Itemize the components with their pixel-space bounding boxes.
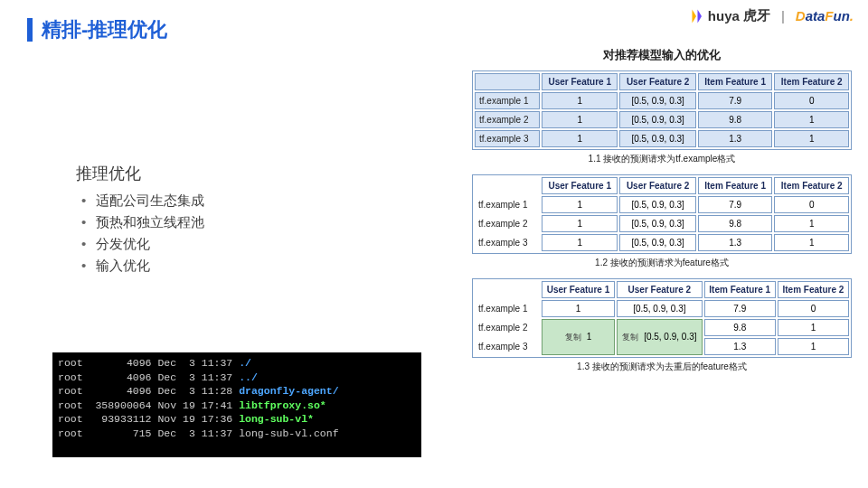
- huya-logo: huya虎牙: [688, 7, 770, 24]
- panel-title: 对推荐模型输入的优化: [472, 47, 852, 63]
- logo-separator: |: [781, 9, 785, 23]
- bullet-item: 输入优化: [76, 255, 204, 277]
- table-3: User Feature 1User Feature 2Item Feature…: [472, 278, 852, 358]
- caption-1: 1.1 接收的预测请求为tf.example格式: [472, 153, 852, 165]
- merged-cell-c1: 复制1: [542, 319, 615, 355]
- bullet-list: 适配公司生态集成 预热和独立线程池 分发优化 输入优化: [76, 190, 204, 277]
- table-1: User Feature 1User Feature 2Item Feature…: [472, 70, 852, 150]
- caption-3: 1.3 接收的预测请求为去重后的feature格式: [472, 361, 852, 373]
- title-text: 精排-推理优化: [42, 16, 167, 43]
- title-accent-bar: [27, 18, 33, 42]
- table-2: User Feature 1User Feature 2Item Feature…: [472, 174, 852, 254]
- header-logos: huya虎牙 | DataFun.: [688, 7, 854, 24]
- caption-2: 1.2 接收的预测请求为feature格式: [472, 257, 852, 269]
- terminal-output: root 4096 Dec 3 11:37 ./ root 4096 Dec 3…: [52, 352, 421, 457]
- section-block: 推理优化 适配公司生态集成 预热和独立线程池 分发优化 输入优化: [76, 163, 204, 277]
- datafun-logo: DataFun.: [796, 8, 854, 23]
- bullet-item: 预热和独立线程池: [76, 211, 204, 233]
- slide-title: 精排-推理优化: [27, 16, 167, 43]
- bullet-item: 分发优化: [76, 233, 204, 255]
- merged-cell-c2: 复制[0.5, 0.9, 0.3]: [617, 319, 703, 355]
- right-panel: 对推荐模型输入的优化 User Feature 1User Feature 2I…: [472, 47, 852, 382]
- bullet-item: 适配公司生态集成: [76, 190, 204, 211]
- section-heading: 推理优化: [76, 163, 204, 184]
- huya-text-en: huya: [708, 8, 740, 23]
- huya-text-cn: 虎牙: [743, 7, 770, 24]
- huya-icon: [688, 8, 704, 24]
